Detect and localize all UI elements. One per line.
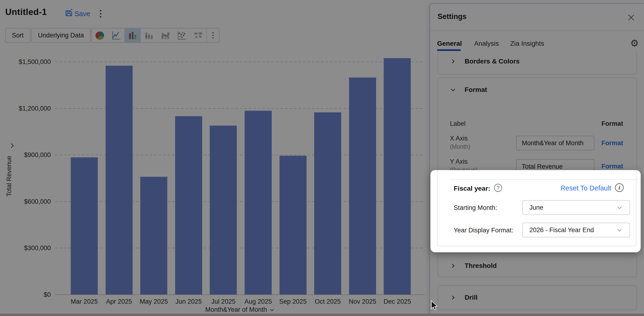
- borders-colors-header[interactable]: Borders & Colors: [438, 52, 636, 71]
- tab-analysis[interactable]: Analysis: [474, 36, 499, 51]
- bar-jul-2025[interactable]: [210, 126, 237, 295]
- chevron-down-icon: [269, 307, 275, 313]
- starting-month-label: Starting Month:: [454, 204, 497, 211]
- section-title: Drill: [464, 294, 478, 301]
- chevron-right-icon: [450, 263, 456, 269]
- chart-types-overflow-icon[interactable]: [207, 28, 219, 42]
- x-tick-label: Aug 2025: [240, 298, 276, 306]
- stacked-bar-chart-icon[interactable]: [141, 28, 157, 42]
- scatter-plot-icon[interactable]: [174, 28, 190, 42]
- y-axis-format-link[interactable]: Format: [601, 163, 623, 170]
- fiscal-divider: [450, 179, 638, 180]
- x-tick-label: Sep 2025: [275, 298, 311, 306]
- label-format-button[interactable]: Format: [601, 120, 623, 128]
- save-label: Save: [74, 10, 90, 18]
- page-title: Untitled-1: [5, 7, 47, 17]
- x-axis-format-link[interactable]: Format: [601, 140, 623, 147]
- info-icon[interactable]: i: [615, 183, 624, 192]
- bar-chart-icon[interactable]: [124, 28, 141, 42]
- reset-to-default-link[interactable]: Reset To Default: [560, 184, 611, 192]
- y-axis-title[interactable]: Total Revenue: [6, 141, 13, 212]
- bar-sep-2025[interactable]: [280, 156, 306, 295]
- x-tick-label: Jul 2025: [206, 298, 241, 306]
- sort-button[interactable]: Sort: [5, 28, 30, 43]
- bar-apr-2025[interactable]: [106, 66, 133, 295]
- bottom-edge: [0, 314, 644, 316]
- fiscal-year-label: Fiscal year:: [454, 185, 490, 192]
- chevron-right-icon: [450, 58, 456, 64]
- mouse-cursor: [430, 300, 439, 312]
- header-divider: [430, 30, 644, 31]
- help-icon[interactable]: ?: [494, 184, 502, 192]
- chevron-right-icon: [450, 295, 456, 301]
- x-axis-label-input[interactable]: [516, 136, 594, 151]
- save-icon: *: [64, 9, 73, 18]
- fiscal-section-frame: Fiscal year: ? Reset To Default i Starti…: [437, 170, 636, 246]
- settings-panel: Settings General Analysis Zia Insights ⚙…: [430, 3, 644, 316]
- year-display-format-value: 2026 - Fiscal Year End: [530, 226, 594, 234]
- x-tick-label: Dec 2025: [380, 298, 415, 306]
- section-title: Format: [464, 86, 487, 94]
- x-axis-row-sub: (Month): [450, 143, 470, 150]
- close-icon[interactable]: [626, 12, 637, 23]
- x-tick-label: Apr 2025: [101, 298, 137, 306]
- save-button[interactable]: * Save: [64, 9, 90, 18]
- x-tick-label: Nov 2025: [345, 298, 380, 306]
- x-tick-label: May 2025: [136, 298, 172, 306]
- bar-may-2025[interactable]: [140, 177, 167, 295]
- x-tick-label: Mar 2025: [66, 298, 102, 306]
- section-title: Threshold: [464, 262, 497, 270]
- bar-mar-2025[interactable]: [71, 157, 98, 295]
- chart-type-switcher: [91, 28, 220, 43]
- starting-month-value: June: [530, 204, 544, 211]
- line-chart-icon[interactable]: [108, 28, 124, 42]
- settings-title: Settings: [438, 12, 466, 21]
- underlying-data-button[interactable]: Underlying Data: [31, 28, 91, 43]
- chevron-down-icon: [616, 204, 623, 211]
- active-tab-underline: [437, 49, 461, 51]
- title-overflow-menu-icon[interactable]: [96, 8, 105, 19]
- chevron-down-icon: [450, 87, 456, 93]
- chevron-down-icon: [616, 227, 623, 233]
- y-tick-label: $0: [3, 291, 51, 299]
- format-header[interactable]: Format: [438, 78, 636, 102]
- bar-line-combo-icon[interactable]: [157, 28, 174, 42]
- year-display-format-dropdown[interactable]: 2026 - Fiscal Year End: [522, 223, 630, 237]
- x-tick-label: Oct 2025: [310, 298, 346, 306]
- tab-zia-insights[interactable]: Zia Insights: [510, 36, 544, 51]
- settings-header: Settings: [430, 4, 644, 30]
- section-borders-colors: Borders & Colors: [438, 52, 637, 74]
- bar-jun-2025[interactable]: [175, 116, 202, 295]
- bar-oct-2025[interactable]: [314, 112, 341, 295]
- x-axis-title[interactable]: Month&Year of Month: [204, 306, 276, 314]
- y-tick-label: $300,000: [3, 244, 51, 252]
- label-row-label: Label: [450, 120, 466, 128]
- threshold-header[interactable]: Threshold: [438, 254, 636, 278]
- section-title: Borders & Colors: [464, 58, 520, 65]
- year-display-format-label: Year Display Format:: [454, 227, 513, 234]
- tab-general[interactable]: General: [437, 36, 462, 51]
- bar-dec-2025[interactable]: [384, 58, 411, 295]
- svg-text:*: *: [71, 9, 72, 12]
- drill-header[interactable]: Drill: [438, 286, 636, 309]
- bar-nov-2025[interactable]: [349, 77, 376, 295]
- gridline: [55, 62, 425, 62]
- section-threshold: Threshold: [438, 253, 637, 277]
- y-tick-label: $1,500,000: [3, 58, 51, 66]
- x-axis-baseline: [55, 295, 425, 295]
- section-drill: Drill: [438, 285, 637, 310]
- bar-aug-2025[interactable]: [245, 111, 272, 295]
- starting-month-dropdown[interactable]: June: [522, 200, 630, 215]
- y-axis-row-label: Y Axis: [450, 158, 468, 165]
- world-map-icon[interactable]: [190, 28, 206, 42]
- x-tick-label: Jun 2025: [171, 298, 206, 306]
- gear-icon[interactable]: ⚙: [628, 37, 641, 49]
- x-axis-row-label: X Axis: [450, 135, 468, 142]
- pie-chart-icon[interactable]: [92, 28, 108, 42]
- x-axis-title-label: Month&Year of Month: [205, 306, 267, 314]
- y-tick-label: $1,200,000: [3, 105, 51, 113]
- fiscal-year-spotlight-card: Fiscal year: ? Reset To Default i Starti…: [430, 170, 641, 252]
